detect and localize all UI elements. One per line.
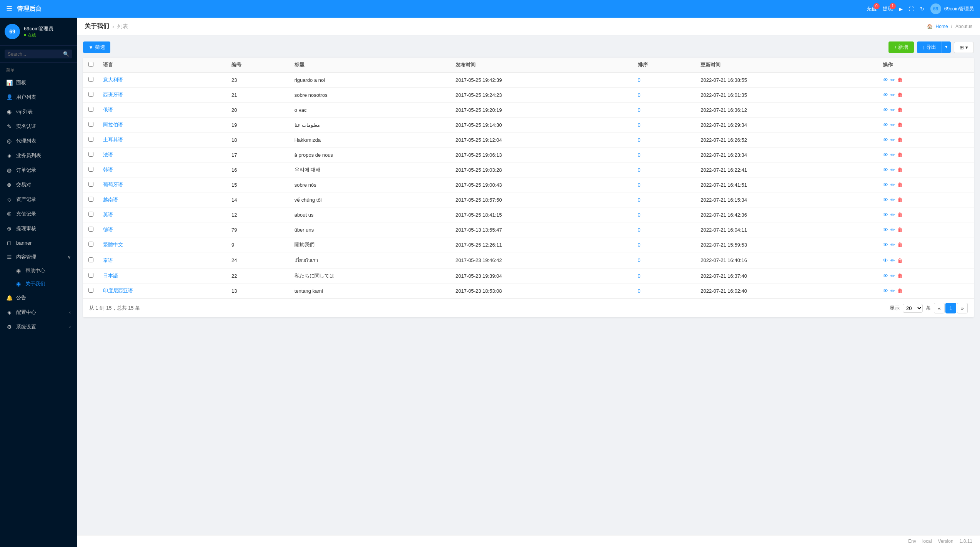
sidebar-item-agents[interactable]: ◎ 代理列表 — [0, 134, 77, 148]
sort-link[interactable]: 0 — [638, 273, 641, 279]
row-checkbox[interactable] — [88, 257, 93, 262]
edit-icon[interactable]: ✏ — [890, 257, 895, 264]
delete-icon[interactable]: 🗑 — [897, 182, 903, 188]
refresh-btn[interactable]: ↻ — [920, 6, 924, 12]
sidebar-search-input[interactable] — [8, 51, 63, 57]
export-button[interactable]: ↑ 导出 — [917, 41, 942, 53]
view-icon[interactable]: 👁 — [883, 77, 888, 83]
prev-page-btn[interactable]: « — [934, 303, 945, 313]
view-icon[interactable]: 👁 — [883, 227, 888, 233]
delete-icon[interactable]: 🗑 — [897, 212, 903, 218]
edit-icon[interactable]: ✏ — [890, 152, 895, 158]
delete-icon[interactable]: 🗑 — [897, 257, 903, 264]
sort-link[interactable]: 0 — [638, 182, 641, 188]
sidebar-item-content-mgmt[interactable]: ☰ 内容管理 ∨ — [0, 250, 77, 264]
sidebar-item-about-us[interactable]: ◉ 关于我们 — [0, 277, 77, 290]
add-button[interactable]: + 新增 — [888, 41, 913, 53]
row-checkbox[interactable] — [88, 182, 93, 187]
sidebar-item-trades[interactable]: ⊗ 交易对 — [0, 177, 77, 192]
sort-link[interactable]: 0 — [638, 107, 641, 113]
edit-icon[interactable]: ✏ — [890, 288, 895, 294]
edit-icon[interactable]: ✏ — [890, 167, 895, 173]
view-icon[interactable]: 👁 — [883, 257, 888, 264]
delete-icon[interactable]: 🗑 — [897, 288, 903, 294]
sidebar-item-banner[interactable]: ◻ banner — [0, 236, 77, 250]
edit-icon[interactable]: ✏ — [890, 92, 895, 98]
delete-icon[interactable]: 🗑 — [897, 77, 903, 83]
view-icon[interactable]: 👁 — [883, 197, 888, 203]
sidebar-item-users[interactable]: 👤 用户列表 — [0, 90, 77, 104]
recharge-btn[interactable]: 充值 0 — [867, 5, 877, 12]
sort-link[interactable]: 0 — [638, 152, 641, 158]
view-icon[interactable]: 👁 — [883, 122, 888, 128]
layout-button[interactable]: ⊞ ▾ — [954, 42, 974, 53]
row-checkbox[interactable] — [88, 152, 93, 157]
delete-icon[interactable]: 🗑 — [897, 137, 903, 143]
row-checkbox[interactable] — [88, 167, 93, 172]
sidebar-item-withdraw[interactable]: ⊕ 提现审核 — [0, 221, 77, 236]
row-checkbox[interactable] — [88, 273, 93, 278]
row-checkbox[interactable] — [88, 122, 93, 127]
sidebar-item-recharge[interactable]: ® 充值记录 — [0, 207, 77, 221]
view-icon[interactable]: 👁 — [883, 212, 888, 218]
admin-user[interactable]: 69 69coin管理员 — [930, 3, 974, 14]
view-icon[interactable]: 👁 — [883, 242, 888, 248]
play-btn[interactable]: ▶ — [899, 6, 903, 12]
row-checkbox[interactable] — [88, 212, 93, 217]
delete-icon[interactable]: 🗑 — [897, 167, 903, 173]
sort-link[interactable]: 0 — [638, 137, 641, 143]
delete-icon[interactable]: 🗑 — [897, 227, 903, 233]
sidebar-item-vip[interactable]: ◉ vip列表 — [0, 104, 77, 119]
edit-icon[interactable]: ✏ — [890, 122, 895, 128]
view-icon[interactable]: 👁 — [883, 152, 888, 158]
delete-icon[interactable]: 🗑 — [897, 107, 903, 113]
row-checkbox[interactable] — [88, 227, 93, 232]
view-icon[interactable]: 👁 — [883, 107, 888, 113]
sort-link[interactable]: 0 — [638, 77, 641, 83]
delete-icon[interactable]: 🗑 — [897, 242, 903, 248]
sort-link[interactable]: 0 — [638, 227, 641, 233]
edit-icon[interactable]: ✏ — [890, 227, 895, 233]
delete-icon[interactable]: 🗑 — [897, 152, 903, 158]
sidebar-item-dashboard[interactable]: 📊 面板 — [0, 75, 77, 90]
delete-icon[interactable]: 🗑 — [897, 197, 903, 203]
row-checkbox[interactable] — [88, 137, 93, 142]
sidebar-item-realname[interactable]: ✎ 实名认证 — [0, 119, 77, 134]
view-icon[interactable]: 👁 — [883, 92, 888, 98]
row-checkbox[interactable] — [88, 242, 93, 247]
view-icon[interactable]: 👁 — [883, 137, 888, 143]
page-1-btn[interactable]: 1 — [945, 303, 956, 313]
hamburger-icon[interactable]: ☰ — [6, 5, 12, 13]
sort-link[interactable]: 0 — [638, 197, 641, 203]
filter-button[interactable]: ▼ 筛选 — [83, 41, 110, 53]
sidebar-item-assets[interactable]: ◇ 资产记录 — [0, 192, 77, 207]
next-page-btn[interactable]: » — [957, 303, 968, 313]
edit-icon[interactable]: ✏ — [890, 212, 895, 218]
sort-link[interactable]: 0 — [638, 92, 641, 98]
view-icon[interactable]: 👁 — [883, 273, 888, 279]
sort-link[interactable]: 0 — [638, 257, 641, 263]
export-arrow-btn[interactable]: ▾ — [942, 41, 951, 53]
sidebar-item-config[interactable]: ◈ 配置中心 ‹ — [0, 305, 77, 320]
per-page-select[interactable]: 20 50 100 — [903, 304, 923, 313]
row-checkbox[interactable] — [88, 107, 93, 112]
view-icon[interactable]: 👁 — [883, 288, 888, 294]
view-icon[interactable]: 👁 — [883, 167, 888, 173]
sidebar-item-notice[interactable]: 🔔 公告 — [0, 290, 77, 305]
sort-link[interactable]: 0 — [638, 122, 641, 128]
delete-icon[interactable]: 🗑 — [897, 92, 903, 98]
breadcrumb-home-link[interactable]: Home — [936, 24, 948, 29]
view-icon[interactable]: 👁 — [883, 182, 888, 188]
withdraw-btn[interactable]: 提现 1 — [883, 5, 893, 12]
row-checkbox[interactable] — [88, 77, 93, 82]
sort-link[interactable]: 0 — [638, 242, 641, 248]
edit-icon[interactable]: ✏ — [890, 242, 895, 248]
edit-icon[interactable]: ✏ — [890, 77, 895, 83]
sidebar-item-orders[interactable]: ◍ 订单记录 — [0, 163, 77, 177]
sidebar-item-system[interactable]: ⚙ 系统设置 ‹ — [0, 320, 77, 334]
edit-icon[interactable]: ✏ — [890, 107, 895, 113]
fullscreen-btn[interactable]: ⛶ — [909, 6, 914, 12]
sidebar-item-staff[interactable]: ◈ 业务员列表 — [0, 148, 77, 163]
sort-link[interactable]: 0 — [638, 288, 641, 294]
delete-icon[interactable]: 🗑 — [897, 122, 903, 128]
